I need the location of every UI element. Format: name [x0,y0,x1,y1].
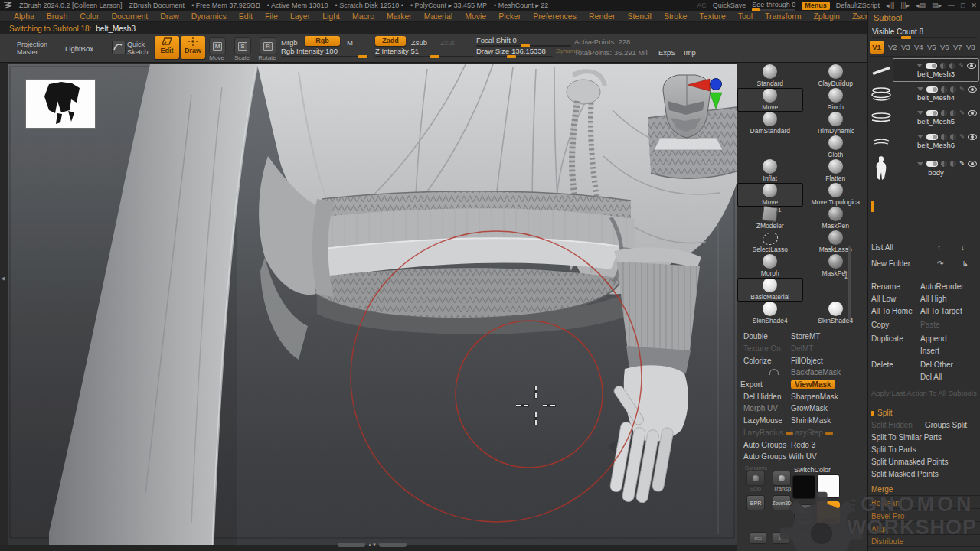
menu-draw[interactable]: Draw [154,11,185,21]
brush-selectlasso[interactable]: SelectLasso [737,230,803,254]
rgb-button[interactable]: Rgb [305,36,340,46]
boolean-section-header[interactable]: Boolean [871,499,900,507]
brush-move-2[interactable]: Move [737,183,803,207]
menu-zplugin[interactable]: Zplugin [807,11,845,21]
brush-pinch[interactable]: Pinch [803,88,869,112]
texture-on-button[interactable]: Texture On [740,344,791,353]
tray-scroll-arrows-icon[interactable]: ▶▲ [844,269,848,280]
focal-shift-slider[interactable]: Focal Shift 0 [476,36,571,44]
brush-cloth[interactable]: Cloth [803,135,869,159]
rename-button[interactable]: Rename [871,282,920,291]
distribute-section-header[interactable]: Distribute [871,537,903,546]
projection-master-button[interactable]: Projection Master [17,41,55,56]
split-to-parts-button[interactable]: Split To Parts [871,445,916,454]
apply-last-action-button[interactable]: Apply Last Action To All Subtools [871,389,977,397]
imp-button[interactable]: Imp [684,48,696,57]
exps-button[interactable]: ExpS [658,48,676,57]
fillobject-button[interactable]: FillObject [791,357,865,365]
delete-button[interactable]: Delete [871,360,920,369]
zsub-button[interactable]: Zsub [411,38,427,47]
polypaint-icon[interactable] [926,110,938,116]
menu-alpha[interactable]: Alpha [8,11,41,21]
move-up-icon[interactable]: ↑ [937,243,941,252]
menu-file[interactable]: File [259,11,284,21]
subtool-item-belt-mesh3[interactable]: ✎ belt_Mesh3 [870,58,979,82]
edit-button[interactable]: Edit [155,36,179,59]
timeline-right-icon[interactable]: |||▸ [900,2,910,9]
secondary-color-swatch[interactable] [817,474,840,498]
brush-maskpen[interactable]: MaskPen [803,207,869,230]
new-folder-button[interactable]: New Folder [871,259,937,268]
visibility-eye-icon[interactable] [968,110,977,116]
autoreorder-button[interactable]: AutoReorder [920,282,978,291]
doc-nav-left-icon[interactable]: ◂▤ [916,2,926,9]
double-button[interactable]: Double [740,332,791,341]
polypaint-icon[interactable] [926,134,938,140]
morph-uv-button[interactable]: Morph UV [740,404,791,412]
sharpenmask-button[interactable]: SharpenMask [791,393,865,401]
storemt-button[interactable]: StoreMT [791,332,865,341]
z-intensity-slider[interactable]: Z Intensity 51 [375,47,475,55]
zadd-button[interactable]: Zadd [375,36,406,46]
paste-button[interactable]: Paste [920,321,978,329]
tab-v5[interactable]: V5 [927,43,936,51]
paint-icon[interactable]: ✎ [959,86,965,93]
zoom-icon[interactable]: ⌕ [794,504,812,520]
move-into-folder-icon[interactable]: ↳ [962,259,968,268]
menu-preferences[interactable]: Preferences [527,11,583,21]
tab-v1[interactable]: V1 [870,41,884,54]
menu-edit[interactable]: Edit [233,11,259,21]
tab-v3[interactable]: V3 [901,43,910,51]
zcut-button[interactable]: Zcut [440,38,454,47]
material-skinshade4[interactable]: SkinShade4 [737,302,803,325]
menu-marker[interactable]: Marker [381,11,418,21]
brush-move[interactable]: Move [737,88,803,112]
displacement-icon[interactable] [950,161,956,167]
visibility-eye-icon[interactable] [968,86,977,93]
growmask-button[interactable]: GrowMask [791,404,865,412]
menu-document[interactable]: Document [105,11,154,21]
brush-inflat[interactable]: Inflat [737,159,803,183]
rotate-button[interactable]: R [260,37,276,54]
tab-v8[interactable]: V8 [966,43,975,51]
brush-masklasso[interactable]: MaskLasso [803,230,869,254]
align-section-header[interactable]: Align [871,525,888,533]
dynamic-persp-toggle[interactable]: DynamicPersp [794,530,816,544]
split-masked-button[interactable]: Split Masked Points [871,470,939,478]
redo-button[interactable]: Redo 3 [791,441,865,449]
lazystep-slider[interactable]: LazyStep [791,429,865,437]
rgb-intensity-slider[interactable]: Rgb Intensity 100 [281,47,368,55]
split-section-header[interactable]: Split [871,409,892,417]
menu-material[interactable]: Material [418,11,459,21]
menu-stroke[interactable]: Stroke [658,11,693,21]
scroll-arrows-icon[interactable]: ▲▼ [368,543,377,547]
subtool-item-body[interactable]: ✎ body [870,153,979,184]
main-color-swatch[interactable] [792,475,815,499]
draw-size-slider[interactable]: Draw Size 136.15338 [476,47,553,55]
brush-claybuildup[interactable]: ClayBuildup [803,64,869,88]
export-button[interactable]: Export [740,380,791,389]
split-unmasked-button[interactable]: Split Unmasked Points [871,458,949,466]
menu-brush[interactable]: Brush [41,11,74,21]
visible-count-slider[interactable]: Visible Count 8 [872,28,977,36]
brush-maskpen-2[interactable]: MaskPen [803,254,869,278]
bpr-icon[interactable]: BPR [746,495,765,510]
brush-damstandard[interactable]: DamStandard [737,112,803,135]
paint-icon[interactable]: ✎ [959,134,965,140]
subtool-item-belt-mesh5[interactable]: ✎ belt_Mesh5 [870,106,979,129]
paint-icon[interactable]: ✎ [959,161,965,167]
insert-button[interactable]: Insert [920,347,978,355]
auto-groups-button[interactable]: Auto Groups [740,441,791,449]
quicksave-button[interactable]: QuickSave [713,2,746,9]
menu-light[interactable]: Light [316,11,346,21]
material-basicmaterial[interactable]: BasicMaterial [737,278,803,302]
list-all-button[interactable]: List All [871,243,937,252]
tab-v2[interactable]: V2 [888,43,897,51]
move-button[interactable]: M [209,37,226,54]
funnel-icon[interactable] [917,162,923,166]
draw-button[interactable]: Draw [181,36,205,59]
subtool-item-belt-mesh6[interactable]: ✎ belt_Mesh6 [870,129,979,153]
default-zscript-button[interactable]: DefaultZScript [836,2,880,9]
menu-dynamics[interactable]: Dynamics [185,11,233,21]
del-hidden-button[interactable]: Del Hidden [740,393,791,401]
